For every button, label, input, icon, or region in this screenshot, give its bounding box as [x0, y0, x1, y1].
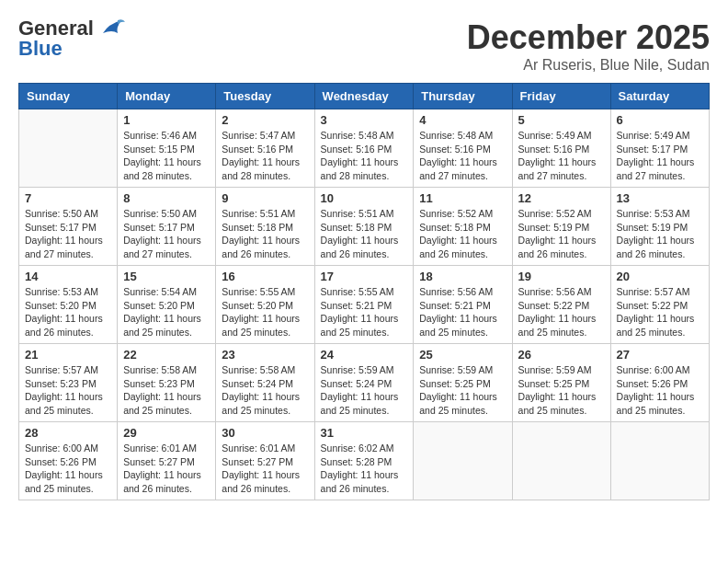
calendar-cell: 25Sunrise: 5:59 AMSunset: 5:25 PMDayligh… — [414, 344, 512, 422]
calendar-cell: 12Sunrise: 5:52 AMSunset: 5:19 PMDayligh… — [512, 188, 610, 266]
day-number: 2 — [222, 113, 308, 127]
calendar-cell: 24Sunrise: 5:59 AMSunset: 5:24 PMDayligh… — [314, 344, 414, 422]
day-detail: Sunrise: 5:59 AMSunset: 5:25 PMDaylight:… — [419, 363, 506, 418]
day-detail: Sunrise: 5:52 AMSunset: 5:19 PMDaylight:… — [518, 207, 605, 261]
calendar-cell — [19, 109, 118, 188]
day-detail: Sunrise: 5:56 AMSunset: 5:21 PMDaylight:… — [419, 285, 506, 339]
day-detail: Sunrise: 5:53 AMSunset: 5:20 PMDaylight:… — [25, 285, 111, 339]
day-number: 13 — [617, 191, 703, 205]
day-detail: Sunrise: 5:49 AMSunset: 5:17 PMDaylight:… — [617, 129, 703, 183]
day-number: 31 — [321, 426, 408, 440]
day-detail: Sunrise: 5:59 AMSunset: 5:24 PMDaylight:… — [321, 363, 408, 418]
week-row-5: 28Sunrise: 6:00 AMSunset: 5:26 PMDayligh… — [19, 422, 710, 500]
week-row-1: 1Sunrise: 5:46 AMSunset: 5:15 PMDaylight… — [19, 109, 710, 188]
calendar-cell: 2Sunrise: 5:47 AMSunset: 5:16 PMDaylight… — [216, 109, 314, 188]
day-number: 16 — [222, 270, 308, 283]
calendar-cell: 10Sunrise: 5:51 AMSunset: 5:18 PMDayligh… — [314, 188, 414, 266]
day-detail: Sunrise: 5:52 AMSunset: 5:18 PMDaylight:… — [419, 207, 506, 261]
day-number: 27 — [617, 348, 703, 362]
logo-blue: Blue — [18, 37, 63, 60]
calendar-cell: 9Sunrise: 5:51 AMSunset: 5:18 PMDaylight… — [216, 188, 314, 266]
location-subtitle: Ar Ruseris, Blue Nile, Sudan — [467, 57, 710, 74]
weekday-header-monday: Monday — [118, 84, 216, 109]
day-number: 23 — [222, 348, 308, 362]
week-row-2: 7Sunrise: 5:50 AMSunset: 5:17 PMDaylight… — [19, 188, 710, 266]
day-number: 19 — [518, 270, 605, 283]
weekday-header-tuesday: Tuesday — [216, 84, 314, 109]
day-detail: Sunrise: 5:54 AMSunset: 5:20 PMDaylight:… — [123, 285, 210, 339]
calendar-cell: 3Sunrise: 5:48 AMSunset: 5:16 PMDaylight… — [314, 109, 414, 188]
calendar-cell: 31Sunrise: 6:02 AMSunset: 5:28 PMDayligh… — [314, 422, 414, 500]
day-detail: Sunrise: 5:48 AMSunset: 5:16 PMDaylight:… — [321, 129, 408, 183]
day-number: 5 — [518, 113, 605, 127]
week-row-4: 21Sunrise: 5:57 AMSunset: 5:23 PMDayligh… — [19, 344, 710, 422]
day-number: 17 — [321, 270, 408, 283]
calendar-cell: 15Sunrise: 5:54 AMSunset: 5:20 PMDayligh… — [118, 266, 216, 344]
calendar-cell: 5Sunrise: 5:49 AMSunset: 5:16 PMDaylight… — [512, 109, 610, 188]
day-detail: Sunrise: 6:02 AMSunset: 5:28 PMDaylight:… — [321, 442, 408, 496]
weekday-header-friday: Friday — [512, 84, 610, 109]
day-detail: Sunrise: 5:59 AMSunset: 5:25 PMDaylight:… — [518, 363, 605, 418]
day-number: 12 — [518, 191, 605, 205]
day-number: 11 — [419, 191, 506, 205]
calendar-cell: 28Sunrise: 6:00 AMSunset: 5:26 PMDayligh… — [19, 422, 118, 500]
day-number: 6 — [617, 113, 703, 127]
day-number: 14 — [25, 270, 111, 283]
calendar-cell: 19Sunrise: 5:56 AMSunset: 5:22 PMDayligh… — [512, 266, 610, 344]
calendar-cell: 6Sunrise: 5:49 AMSunset: 5:17 PMDaylight… — [610, 109, 709, 188]
day-detail: Sunrise: 6:01 AMSunset: 5:27 PMDaylight:… — [222, 442, 308, 496]
day-detail: Sunrise: 5:50 AMSunset: 5:17 PMDaylight:… — [25, 207, 111, 261]
calendar-cell: 18Sunrise: 5:56 AMSunset: 5:21 PMDayligh… — [414, 266, 512, 344]
calendar-cell: 7Sunrise: 5:50 AMSunset: 5:17 PMDaylight… — [19, 188, 118, 266]
calendar-cell: 21Sunrise: 5:57 AMSunset: 5:23 PMDayligh… — [19, 344, 118, 422]
calendar-cell: 30Sunrise: 6:01 AMSunset: 5:27 PMDayligh… — [216, 422, 314, 500]
day-detail: Sunrise: 5:51 AMSunset: 5:18 PMDaylight:… — [222, 207, 308, 261]
calendar-cell: 17Sunrise: 5:55 AMSunset: 5:21 PMDayligh… — [314, 266, 414, 344]
day-number: 26 — [518, 348, 605, 362]
calendar-table: SundayMondayTuesdayWednesdayThursdayFrid… — [18, 83, 710, 500]
day-detail: Sunrise: 5:53 AMSunset: 5:19 PMDaylight:… — [617, 207, 703, 261]
calendar-cell: 14Sunrise: 5:53 AMSunset: 5:20 PMDayligh… — [19, 266, 118, 344]
calendar-cell: 22Sunrise: 5:58 AMSunset: 5:23 PMDayligh… — [118, 344, 216, 422]
calendar-cell: 27Sunrise: 6:00 AMSunset: 5:26 PMDayligh… — [610, 344, 709, 422]
day-number: 8 — [123, 191, 210, 205]
weekday-header-saturday: Saturday — [610, 84, 709, 109]
day-number: 29 — [123, 426, 210, 440]
logo: General Blue — [18, 18, 125, 59]
day-number: 7 — [25, 191, 111, 205]
day-detail: Sunrise: 5:57 AMSunset: 5:23 PMDaylight:… — [25, 363, 111, 418]
day-number: 30 — [222, 426, 308, 440]
day-number: 1 — [123, 113, 210, 127]
day-number: 22 — [123, 348, 210, 362]
day-detail: Sunrise: 5:56 AMSunset: 5:22 PMDaylight:… — [518, 285, 605, 339]
day-number: 25 — [419, 348, 506, 362]
day-detail: Sunrise: 5:55 AMSunset: 5:21 PMDaylight:… — [321, 285, 408, 339]
day-detail: Sunrise: 5:49 AMSunset: 5:16 PMDaylight:… — [518, 129, 605, 183]
day-number: 4 — [419, 113, 506, 127]
day-detail: Sunrise: 5:57 AMSunset: 5:22 PMDaylight:… — [617, 285, 703, 339]
day-number: 3 — [321, 113, 408, 127]
calendar-cell: 11Sunrise: 5:52 AMSunset: 5:18 PMDayligh… — [414, 188, 512, 266]
week-row-3: 14Sunrise: 5:53 AMSunset: 5:20 PMDayligh… — [19, 266, 710, 344]
day-number: 15 — [123, 270, 210, 283]
month-year-title: December 2025 — [467, 18, 710, 57]
calendar-cell: 13Sunrise: 5:53 AMSunset: 5:19 PMDayligh… — [610, 188, 709, 266]
day-number: 10 — [321, 191, 408, 205]
day-number: 21 — [25, 348, 111, 362]
day-number: 20 — [617, 270, 703, 283]
calendar-cell — [414, 422, 512, 500]
day-detail: Sunrise: 6:01 AMSunset: 5:27 PMDaylight:… — [123, 442, 210, 496]
day-detail: Sunrise: 6:00 AMSunset: 5:26 PMDaylight:… — [25, 442, 111, 496]
day-detail: Sunrise: 5:46 AMSunset: 5:15 PMDaylight:… — [123, 129, 210, 183]
weekday-header-wednesday: Wednesday — [314, 84, 414, 109]
day-detail: Sunrise: 5:58 AMSunset: 5:24 PMDaylight:… — [222, 363, 308, 418]
day-detail: Sunrise: 5:47 AMSunset: 5:16 PMDaylight:… — [222, 129, 308, 183]
calendar-cell: 8Sunrise: 5:50 AMSunset: 5:17 PMDaylight… — [118, 188, 216, 266]
page-header: General Blue December 2025 Ar Ruseris, B… — [18, 18, 710, 74]
weekday-header-sunday: Sunday — [19, 84, 118, 109]
calendar-cell: 23Sunrise: 5:58 AMSunset: 5:24 PMDayligh… — [216, 344, 314, 422]
weekday-header-thursday: Thursday — [414, 84, 512, 109]
calendar-cell — [512, 422, 610, 500]
day-detail: Sunrise: 5:55 AMSunset: 5:20 PMDaylight:… — [222, 285, 308, 339]
day-detail: Sunrise: 5:58 AMSunset: 5:23 PMDaylight:… — [123, 363, 210, 418]
